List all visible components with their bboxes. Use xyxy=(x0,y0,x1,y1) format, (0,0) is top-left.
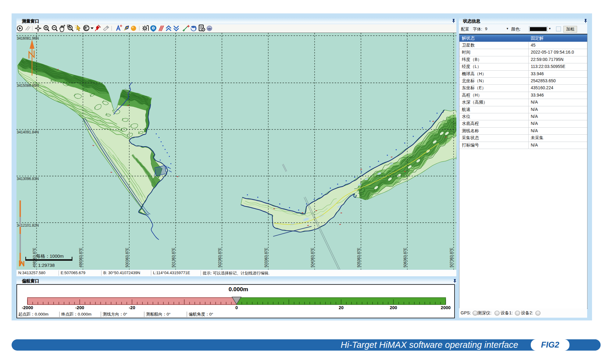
svg-text:200: 200 xyxy=(390,305,397,310)
svg-text:-2000: -2000 xyxy=(22,305,33,310)
svg-text:1:29738: 1:29738 xyxy=(38,263,55,268)
svg-text:3414091.84N: 3414091.84N xyxy=(17,130,39,134)
svg-text:503363.87E: 503363.87E xyxy=(264,248,268,267)
svg-text:504363.87E: 504363.87E xyxy=(310,248,315,267)
svg-text:502363.87E: 502363.87E xyxy=(218,248,222,267)
svg-text:测船艏向：0°: 测船艏向：0° xyxy=(146,312,170,316)
svg-text:测线方向：0°: 测线方向：0° xyxy=(103,312,127,316)
svg-text:500363.87E: 500363.87E xyxy=(125,248,129,267)
svg-text:20: 20 xyxy=(339,305,344,310)
svg-text:501363.87E: 501363.87E xyxy=(171,248,176,267)
svg-text:499363.87E: 499363.87E xyxy=(79,248,83,267)
svg-text:507363.87E: 507363.87E xyxy=(449,248,454,267)
svg-text:3413096.83N: 3413096.83N xyxy=(17,177,39,181)
svg-text:505363.87E: 505363.87E xyxy=(357,248,361,267)
svg-text:0: 0 xyxy=(235,305,238,310)
svg-text:终点距：0.000m: 终点距：0.000m xyxy=(61,312,91,316)
svg-text:偏航角度：0°: 偏航角度：0° xyxy=(188,312,213,316)
svg-text:3415086.85N: 3415086.85N xyxy=(17,83,39,88)
svg-text:起点距：0.000m: 起点距：0.000m xyxy=(18,312,48,316)
svg-text:506363.87E: 506363.87E xyxy=(403,248,407,267)
svg-text:每格：1000m: 每格：1000m xyxy=(36,253,64,259)
svg-text:-20: -20 xyxy=(129,305,135,310)
svg-text:-200: -200 xyxy=(75,305,84,310)
svg-text:3416081.96N: 3416081.96N xyxy=(17,36,39,41)
svg-text:2000: 2000 xyxy=(441,305,451,310)
svg-text:0.000m: 0.000m xyxy=(229,286,248,292)
